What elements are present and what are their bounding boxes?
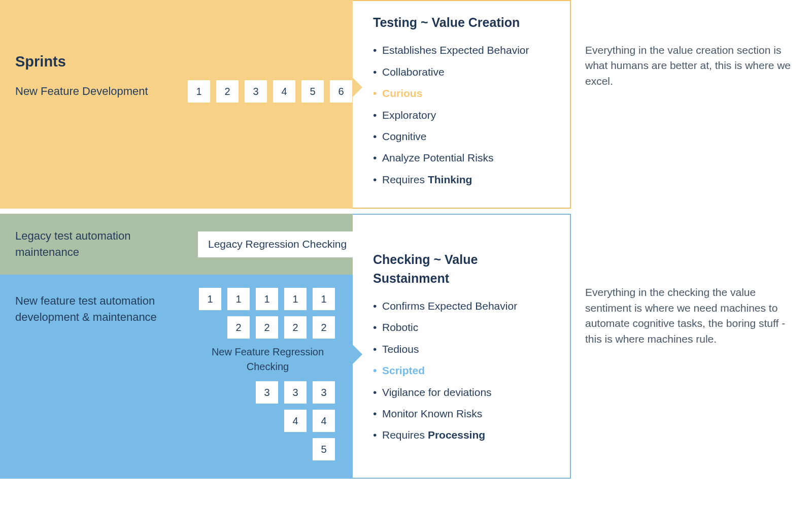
legacy-label: Legacy test automation maintenance xyxy=(15,228,167,260)
regression-box: 1 xyxy=(313,288,335,310)
regression-triangle: 111112222 New Feature Regression Checkin… xyxy=(167,288,337,467)
list-item: Monitor Known Risks xyxy=(373,406,556,421)
regression-row: 44 xyxy=(198,410,335,432)
regression-box: 2 xyxy=(284,316,307,339)
list-item: Curious xyxy=(373,86,556,101)
checking-left: Legacy test automation maintenance Legac… xyxy=(0,214,353,479)
list-item: Exploratory xyxy=(373,108,556,123)
checking-row: Legacy test automation maintenance Legac… xyxy=(0,214,812,479)
sprints-subtitle: New Feature Development xyxy=(15,83,167,99)
regression-box: 3 xyxy=(284,381,307,404)
sprint-box: 4 xyxy=(273,80,295,103)
regression-box: 3 xyxy=(256,381,278,404)
list-item: Tedious xyxy=(373,342,556,357)
sprint-box: 2 xyxy=(216,80,239,103)
regression-box: 2 xyxy=(256,316,278,339)
checking-title: Checking ~ Value Sustainment xyxy=(373,250,556,287)
regression-row: 11111 xyxy=(198,288,335,310)
testing-side-note: Everything in the value creation section… xyxy=(571,0,812,209)
sprint-box: 6 xyxy=(330,80,352,103)
list-item: Scripted xyxy=(373,363,556,378)
regression-box: 1 xyxy=(284,288,307,310)
regression-box: 2 xyxy=(227,316,250,339)
regression-box: 5 xyxy=(313,438,335,460)
regression-caption: New Feature Regression Checking xyxy=(198,345,337,374)
testing-panel: Testing ~ Value Creation Establishes Exp… xyxy=(353,0,571,209)
regression-row: 2222 xyxy=(198,316,335,339)
sprint-sequence: 123456 xyxy=(188,80,352,103)
list-item: Establishes Expected Behavior xyxy=(373,43,556,58)
list-item: Vigilance for deviations xyxy=(373,385,556,400)
checking-list: Confirms Expected BehaviorRoboticTedious… xyxy=(373,298,556,443)
regression-box: 3 xyxy=(313,381,335,404)
new-feature-area: New feature test automation development … xyxy=(0,275,353,479)
checking-side-note: Everything in the checking the value sen… xyxy=(571,214,812,479)
regression-box: 2 xyxy=(313,316,335,339)
regression-box: 1 xyxy=(227,288,250,310)
regression-box: 1 xyxy=(256,288,278,310)
sprints-title: Sprints xyxy=(15,51,341,72)
sprint-box: 3 xyxy=(245,80,267,103)
arrow-icon xyxy=(352,77,362,97)
list-item: Cognitive xyxy=(373,129,556,144)
regression-row: 333 xyxy=(198,381,335,404)
testing-title: Testing ~ Value Creation xyxy=(373,13,556,31)
testing-row: Sprints New Feature Development 123456 T… xyxy=(0,0,812,209)
regression-box: 4 xyxy=(284,410,307,432)
regression-box: 1 xyxy=(199,288,221,310)
new-feature-label: New feature test automation development … xyxy=(15,288,167,467)
list-item: Confirms Expected Behavior xyxy=(373,298,556,314)
sprint-box: 5 xyxy=(301,80,324,103)
sprint-box: 1 xyxy=(188,80,210,103)
legacy-row: Legacy test automation maintenance Legac… xyxy=(0,214,353,275)
list-item: Requires Thinking xyxy=(373,172,556,187)
arrow-icon xyxy=(352,344,362,364)
checking-panel: Checking ~ Value Sustainment Confirms Ex… xyxy=(353,214,571,479)
regression-box: 4 xyxy=(313,410,335,432)
sprints-area: Sprints New Feature Development 123456 xyxy=(0,0,353,209)
list-item: Analyze Potential Risks xyxy=(373,150,556,165)
list-item: Robotic xyxy=(373,320,556,335)
regression-row: 5 xyxy=(198,438,335,460)
legacy-box: Legacy Regression Checking xyxy=(198,231,357,257)
list-item: Requires Processing xyxy=(373,427,556,443)
list-item: Collaborative xyxy=(373,64,556,80)
testing-list: Establishes Expected BehaviorCollaborati… xyxy=(373,43,556,187)
